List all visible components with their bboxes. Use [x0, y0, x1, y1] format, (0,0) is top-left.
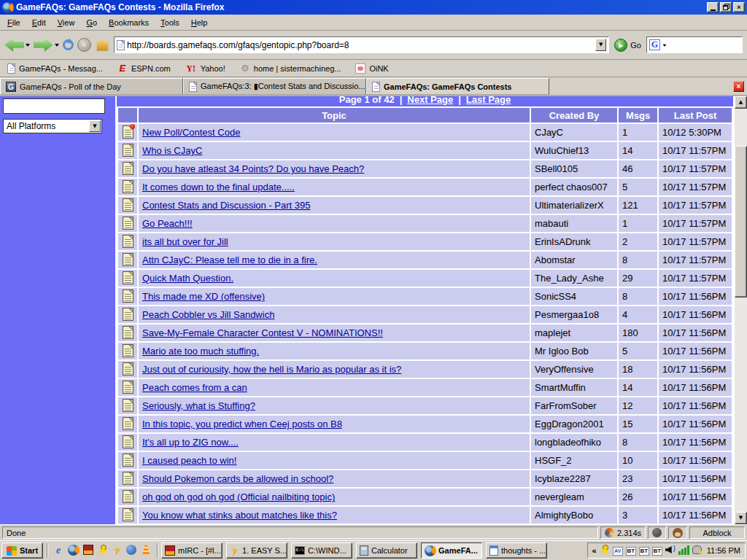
tray-bittorrent-icon[interactable]: BT [626, 545, 636, 556]
menu-go[interactable]: Go [80, 16, 103, 29]
scroll-up-icon[interactable]: ▲ [735, 96, 747, 109]
topic-link[interactable]: Quick Math Question. [142, 273, 233, 284]
bookmark-item[interactable]: ⚙home | sistermachineg... [240, 63, 341, 74]
google-icon[interactable]: G [649, 39, 660, 50]
next-page-link[interactable]: Next Page [407, 96, 453, 105]
tray-av-icon[interactable]: AV [613, 545, 623, 556]
topic-link[interactable]: Mario ate too much stuffing. [142, 346, 259, 357]
url-input[interactable] [127, 40, 593, 50]
url-dropdown-button[interactable]: ▼ [595, 39, 606, 51]
home-button[interactable] [95, 39, 110, 51]
topic-title-cell: Peach Cobbler vs Jill Sandwich [139, 306, 530, 323]
quick-launch-firefox-icon[interactable] [68, 545, 79, 557]
menu-edit[interactable]: Edit [26, 16, 52, 29]
topic-link[interactable]: Should Pokemon cards be allowed in schoo… [142, 473, 333, 484]
task-button[interactable]: thoughts - ... [486, 542, 547, 559]
menu-bookmarks[interactable]: Bookmarks [103, 16, 155, 29]
close-button[interactable]: × [733, 2, 745, 12]
restore-button[interactable] [720, 2, 732, 12]
select-dropdown-icon[interactable]: ▼ [89, 120, 101, 132]
topic-link[interactable]: New Poll/Contest Code [142, 127, 240, 138]
bookmark-item[interactable]: Y!Yahoo! [185, 64, 225, 73]
tray-signal-icon[interactable] [678, 545, 689, 556]
msgs-cell: 29 [619, 270, 657, 287]
menu-tools[interactable]: Tools [155, 16, 185, 29]
start-button[interactable]: Start [1, 542, 43, 559]
screen: { "colors": { "titlebar": "#0832d0", "pa… [0, 0, 747, 560]
task-button[interactable]: 1. EASY S... [226, 542, 287, 559]
window-title: GameFAQs: GameFAQs Contests - Mozilla Fi… [16, 2, 705, 12]
aim-icon [98, 545, 108, 555]
quick-launch-winamp-lightning-icon[interactable] [112, 545, 122, 557]
close-tab-button[interactable]: × [733, 81, 744, 92]
reload-button[interactable] [63, 39, 74, 50]
quick-launch-vlc-icon[interactable] [141, 545, 151, 556]
tray-mouse-icon[interactable] [692, 545, 702, 556]
sidebar-search-input[interactable] [3, 98, 105, 114]
topic-link[interactable]: You know what stinks about matches like … [142, 510, 337, 521]
topic-link[interactable]: Just out of curiousity, how the hell is … [142, 364, 401, 375]
topic-link[interactable]: This made me XD (offensive) [142, 291, 265, 302]
status-circle-panel[interactable] [648, 526, 666, 539]
scroll-down-icon[interactable]: ▼ [735, 512, 747, 524]
topic-title-cell: Quick Math Question. [139, 270, 530, 287]
tray-aim-icon[interactable] [600, 545, 610, 556]
topic-link[interactable]: In this topic, you predict when Ceej pos… [142, 419, 342, 429]
tab-3[interactable]: GameFAQs: GameFAQs Contests [366, 78, 549, 95]
minimize-button[interactable] [707, 2, 719, 12]
topic-row: I caused peach to win!HSGF_21010/17 11:5… [118, 452, 732, 469]
bookmark-item[interactable]: GameFAQs - Messag... [7, 63, 103, 74]
topic-link[interactable]: It's all up to ZIG now.... [142, 437, 239, 448]
back-button[interactable] [4, 38, 30, 52]
topic-link[interactable]: its all but over for Jill [142, 236, 228, 247]
last-page-link[interactable]: Last Page [466, 96, 511, 105]
vertical-scrollbar[interactable]: ▲ ▼ [735, 96, 747, 524]
back-history-caret-icon[interactable] [26, 44, 30, 49]
topic-link[interactable]: Who is CJayC [142, 145, 202, 156]
go-button[interactable]: ▶ Go [613, 39, 643, 52]
tray-collapse-chevron-icon[interactable]: « [592, 545, 597, 556]
topic-link[interactable]: Contest Stats and Discussion - Part 395 [142, 200, 311, 211]
platform-filter-select[interactable]: All Platforms ▼ [3, 119, 102, 133]
adblock-button[interactable]: Adblock [689, 526, 745, 539]
tray-volume-icon[interactable] [665, 545, 676, 556]
task-button[interactable]: GameFA... [421, 542, 482, 559]
topic-link[interactable]: Go Peach!!! [142, 218, 193, 229]
task-button[interactable]: mIRC - [#l... [161, 542, 222, 559]
quick-launch-mirc-icon[interactable] [83, 545, 93, 556]
stop-button[interactable]: × [77, 38, 91, 52]
topic-link[interactable]: Seriously, what is Stuffing? [142, 400, 255, 411]
forward-button[interactable] [34, 38, 59, 52]
msgs-cell: 5 [619, 179, 657, 195]
topic-link[interactable]: Peach comes from a can [142, 382, 247, 393]
monkey-panel[interactable] [668, 526, 687, 539]
topic-link[interactable]: oh god oh god oh god (Official nailbitin… [142, 491, 335, 502]
topic-list-area: Page 1 of 42 | Next Page | Last Page Top… [115, 96, 735, 524]
search-engine-caret-icon[interactable] [663, 44, 667, 49]
topic-icon [123, 508, 133, 521]
quick-launch-internet-explorer-icon[interactable]: e [53, 545, 63, 556]
menu-help[interactable]: Help [185, 16, 214, 29]
tray-bittorrent-icon[interactable]: BT [639, 545, 649, 556]
topic-link[interactable]: Save-My-Female Character Contest V - NOM… [142, 327, 383, 338]
forward-history-caret-icon[interactable] [55, 44, 59, 49]
task-button[interactable]: Calculator [356, 542, 417, 559]
quick-launch-aim-icon[interactable] [98, 545, 108, 556]
load-timer-panel[interactable]: 2.314s [600, 526, 646, 539]
topic-link[interactable]: Peach Cobbler vs Jill Sandwich [142, 309, 274, 320]
menu-view[interactable]: View [52, 16, 81, 29]
topic-link[interactable]: Do you have atleast 34 Points? Do you ha… [142, 163, 364, 174]
bookmark-item[interactable]: EESPN.com [117, 64, 171, 73]
scrollbar-thumb[interactable] [735, 146, 747, 298]
menu-file[interactable]: File [1, 16, 26, 29]
tab-1[interactable]: GGameFAQs - Poll of the Day [0, 78, 183, 95]
quick-launch-thunderbird-icon[interactable] [126, 545, 136, 556]
search-input[interactable] [667, 40, 747, 50]
bookmark-item[interactable]: OiNK [355, 63, 388, 74]
task-button[interactable]: C:\C:\WIND... [291, 542, 352, 559]
tray-bittorrent-icon[interactable]: BT [652, 545, 662, 556]
topic-link[interactable]: Attn CJayC: Please tell me to die in a f… [142, 254, 317, 265]
tab-2[interactable]: GameFAQs:3: ▮Contest Stats and Discussio… [183, 78, 366, 95]
topic-link[interactable]: I caused peach to win! [142, 455, 236, 466]
topic-link[interactable]: It comes down to the final update..... [142, 182, 295, 192]
